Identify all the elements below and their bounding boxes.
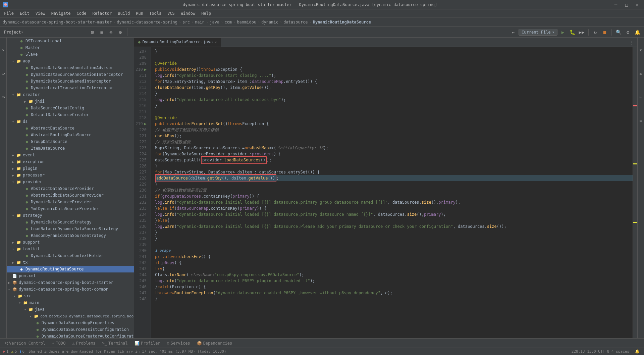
maven-panel[interactable]: M [638,64,644,84]
tree-item-aop[interactable]: ▾ 📁 aop [7,58,134,64]
tree-item-Slave[interactable]: ● Slave [7,51,134,58]
tab-close-button[interactable]: ✕ [215,40,217,44]
menu-run[interactable]: Run [133,10,146,16]
tree-item-ds[interactable]: ▾ 📁 ds [7,118,134,125]
tree-item-support[interactable]: ▶ 📁 support [7,239,134,246]
breadcrumb-file[interactable]: DynamicRoutingDataSource [313,20,371,24]
tree-item-DynamicDataSourceStrategy[interactable]: ● DynamicDataSourceStrategy [7,219,134,225]
tree-item-boot-common[interactable]: ▾ 📦 dynamic-datasource-spring-boot-commo… [7,286,134,293]
stop-button[interactable]: ■ [601,28,609,36]
project-tool-window[interactable]: P [1,40,6,60]
settings-button[interactable]: ⚙ [116,28,124,36]
tree-item-Master[interactable]: ● Master [7,44,134,51]
menu-tools[interactable]: Tools [147,10,164,16]
tree-item-java[interactable]: ▾ 📁 java [7,306,134,313]
dependencies-button[interactable]: 📦 Dependencies [194,340,235,347]
tree-item-src[interactable]: ▾ 📁 src [7,293,134,299]
tree-item-DefaultDataSourceCreator[interactable]: ● DefaultDataSourceCreator [7,111,134,118]
endpoints-panel[interactable]: E [638,87,644,107]
code-editor[interactable]: } @Override public void destroy() throws… [151,47,633,338]
notifications-button[interactable]: 🔔 [633,28,641,36]
problems-button[interactable]: ⚠ Problems [70,340,98,347]
tree-item-pom[interactable]: 📄 pom.xml [7,272,134,279]
terminal-button[interactable]: >_ Terminal [100,340,130,347]
menu-vcs[interactable]: VCS [165,10,177,16]
profiler-button[interactable]: 📊 Profiler [132,340,163,347]
tree-item-provider[interactable]: ▾ 📁 provider [7,179,134,185]
breadcrumb-root[interactable]: dynamic-datasource-spring-boot-starter-m… [3,20,112,24]
minimize-button[interactable]: ─ [612,1,620,9]
tree-item-DSTransactional[interactable]: ● DSTransactional [7,38,134,44]
tree-item-DynamicDataSourceAopProperties[interactable]: ● DynamicDataSourceAopProperties [7,319,134,326]
menu-navigate[interactable]: Navigate [49,10,73,16]
tree-item-DynamicDataSourceContextHolder[interactable]: ● DynamicDataSourceContextHolder [7,252,134,259]
tree-item-DynamicDataSourceAnnotationAdvisor[interactable]: ● DynamicDataSourceAnnotationAdvisor [7,64,134,71]
tree-item-main[interactable]: ▾ 📁 main [7,299,134,306]
tree-item-ItemDataSource[interactable]: ● ItemDataSource [7,145,134,152]
tree-item-AbstractDataSource[interactable]: ● AbstractDataSource [7,125,134,132]
todo-button[interactable]: ✓ TODO [49,340,68,347]
breadcrumb-src[interactable]: src [182,20,190,24]
run-gutter-icon-219[interactable]: ▶ [144,121,147,127]
tree-item-DynamicDataSourceNamedInterceptor[interactable]: ● DynamicDataSourceNamedInterceptor [7,78,134,85]
tree-item-AbstractDataSourceProvider[interactable]: ● AbstractDataSourceProvider [7,185,134,192]
menu-build[interactable]: Build [115,10,132,16]
breadcrumb-baomidou[interactable]: baomidou [237,20,256,24]
run-button[interactable]: ▶ [559,28,567,36]
tree-item-event[interactable]: ▶ 📁 event [7,152,134,158]
tree-item-AbstractRoutingDataSource[interactable]: ● AbstractRoutingDataSource [7,132,134,138]
breadcrumb-module[interactable]: dynamic-datasource-spring [117,20,177,24]
tree-item-strategy[interactable]: ▾ 📁 strategy [7,212,134,219]
run-coverage-button[interactable]: ▶▶ [578,28,586,36]
breadcrumb-datasource[interactable]: datasource [283,20,308,24]
expand-all-button[interactable]: ≡ [98,28,106,36]
tree-item-exception[interactable]: ▶ 📁 exception [7,158,134,165]
tree-item-YmlDynamicDataSourceProvider[interactable]: ● YmlDynamicDataSourceProvider [7,205,134,212]
breadcrumb-dynamic[interactable]: dynamic [261,20,278,24]
tree-item-DynamicDataSourceAnnotationInterceptor[interactable]: ● DynamicDataSourceAnnotationInterceptor [7,71,134,78]
search-everywhere-button[interactable]: 🔍 [614,28,623,36]
tree-item-jndi[interactable]: ▶ 📁 jndi [7,98,134,105]
debug-button[interactable]: 🐛 [568,28,576,36]
menu-view[interactable]: View [33,10,48,16]
tree-item-DataSourceGlobalConfig[interactable]: ● DataSourceGlobalConfig [7,105,134,111]
tree-item-DynamicLocalTransactionInterceptor[interactable]: ● DynamicLocalTransactionInterceptor [7,85,134,91]
close-button[interactable]: ✕ [633,1,641,9]
editor-scrollbar[interactable] [633,47,637,338]
collapse-all-button[interactable]: ⊟ [88,28,96,36]
tree-item-creator[interactable]: ▾ 📁 creator [7,91,134,98]
menu-window[interactable]: Window [178,10,198,16]
tree-item-plugin[interactable]: ▶ 📁 plugin [7,165,134,172]
database-panel[interactable]: D [638,111,644,131]
menu-edit[interactable]: Edit [17,10,32,16]
back-button[interactable]: ← [509,28,517,36]
notifications-panel[interactable]: N [638,40,644,60]
current-file-button[interactable]: Current File ▾ [519,29,557,36]
update-button[interactable]: ↻ [591,28,599,36]
tree-item-DynamicDataSourceAssistConfiguration[interactable]: ● DynamicDataSourceAssistConfiguration [7,326,134,333]
tree-item-LoadBalanceDynamicDataSourceStrategy[interactable]: ● LoadBalanceDynamicDataSourceStrategy [7,225,134,232]
tree-item-toolkit[interactable]: ▾ 📁 toolkit [7,246,134,252]
breadcrumb-com[interactable]: com [224,20,232,24]
tab-DynamicRoutingDataSource[interactable]: ● DynamicRoutingDataSource.java ✕ [134,38,221,47]
tree-item-boot3-starter[interactable]: ▶ 📦 dynamic-datasource-spring-boot3-star… [7,279,134,286]
tree-item-processor[interactable]: ▶ 📁 processor [7,172,134,179]
tree-item-RandomDynamicDataSourceStrategy[interactable]: ● RandomDynamicDataSourceStrategy [7,232,134,239]
menu-file[interactable]: File [1,10,16,16]
bookmarks-tool-window[interactable]: B [1,87,6,107]
services-button[interactable]: ⚙ Services [164,340,193,347]
tree-item-autoconfig[interactable]: ▾ 📁 com.baomidou.dynamic.datasource.spri… [7,313,134,319]
version-control-button[interactable]: ⑆ Version Control [3,340,48,347]
tree-item-GroupDataSource[interactable]: ● GroupDataSource [7,138,134,145]
editor-settings-button[interactable]: ⋮ [628,39,636,47]
notifications-icon[interactable]: 🔔 [633,348,641,355]
menu-code[interactable]: Code [74,10,89,16]
menu-refactor[interactable]: Refactor [90,10,114,16]
breadcrumb-main[interactable]: main [195,20,205,24]
scroll-from-source-button[interactable]: ◎ [107,28,115,36]
maximize-button[interactable]: □ [623,1,631,9]
tree-item-AbstractJdbcDataSourceProvider[interactable]: ● AbstractJdbcDataSourceProvider [7,192,134,199]
breadcrumb-java[interactable]: java [210,20,219,24]
menu-help[interactable]: Help [199,10,214,16]
tree-item-DynamicRoutingDataSource[interactable]: ● DynamicRoutingDataSource [7,266,134,272]
